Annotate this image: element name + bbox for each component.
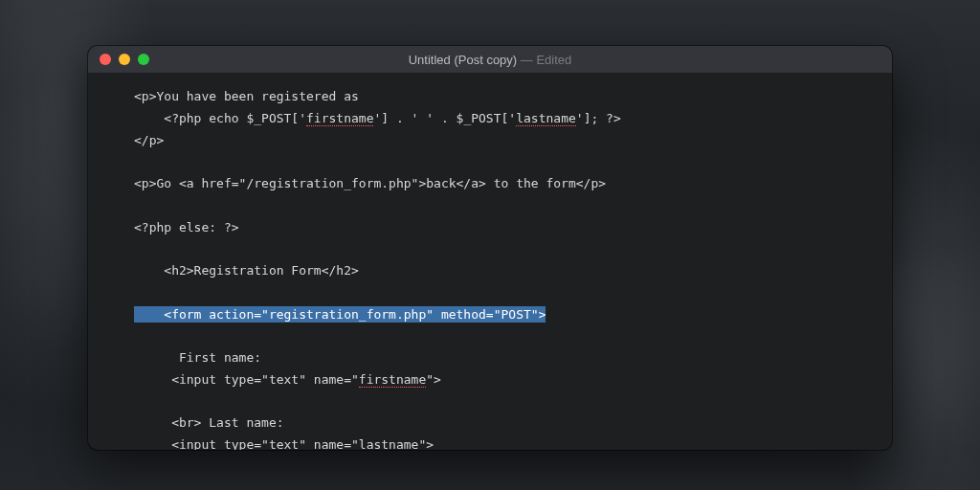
desktop-background: Untitled (Post copy) — Edited <p>You hav… — [0, 0, 980, 490]
window-title: Untitled (Post copy) — Edited — [88, 53, 892, 67]
title-main: Untitled (Post copy) — [409, 53, 517, 67]
code-line[interactable]: <input type="text" name="lastname"> — [134, 437, 434, 450]
code-line[interactable]: <p>Go <a href="/registration_form.php">b… — [134, 176, 606, 190]
zoom-icon[interactable] — [138, 54, 149, 65]
close-icon[interactable] — [100, 54, 111, 65]
code-line[interactable]: <p>You have been registered as — [134, 89, 359, 103]
window-controls — [100, 54, 149, 65]
title-status: — Edited — [517, 53, 571, 67]
code-line[interactable]: '] . ' ' . $_POST[' — [373, 111, 516, 125]
code-line[interactable]: <br> Last name: — [134, 415, 284, 430]
code-line[interactable]: <?php else: ?> — [134, 220, 239, 234]
code-line[interactable]: First name: — [134, 350, 261, 365]
titlebar[interactable]: Untitled (Post copy) — Edited — [88, 46, 892, 73]
text-editor-body[interactable]: <p>You have been registered as <?php ech… — [88, 73, 892, 450]
spell-underline[interactable]: lastname — [516, 111, 576, 126]
selected-line[interactable]: <form action="registration_form.php" met… — [134, 306, 546, 323]
code-line[interactable]: </p> — [134, 133, 164, 147]
code-line[interactable]: <input type="text" name=" — [134, 372, 359, 387]
editor-window: Untitled (Post copy) — Edited <p>You hav… — [88, 46, 892, 450]
minimize-icon[interactable] — [119, 54, 130, 65]
code-line[interactable]: <h2>Registration Form</h2> — [134, 263, 359, 278]
spell-underline[interactable]: firstname — [306, 111, 373, 126]
spell-underline[interactable]: firstname — [359, 372, 426, 388]
code-line[interactable]: ']; ?> — [576, 111, 621, 125]
code-block[interactable]: <p>You have been registered as <?php ech… — [134, 86, 892, 450]
code-line[interactable]: <?php echo $_POST[' — [134, 111, 306, 125]
code-line[interactable]: "> — [426, 372, 441, 387]
